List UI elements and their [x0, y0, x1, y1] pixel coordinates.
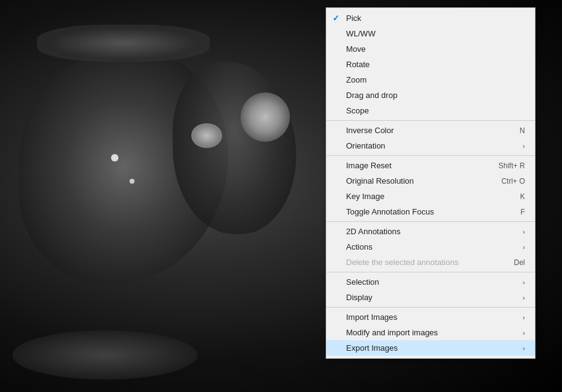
context-menu: PickWL/WWMoveRotateZoomDrag and dropScop… — [326, 7, 535, 359]
menu-item-scope[interactable]: Scope — [326, 103, 535, 118]
menu-item-label-rotate: Rotate — [346, 60, 525, 69]
menu-item-original-resolution[interactable]: Original ResolutionCtrl+ O — [326, 173, 535, 189]
menu-item-zoom[interactable]: Zoom — [326, 72, 535, 88]
menu-item-label-actions: Actions — [346, 242, 518, 251]
menu-item-delete-annotations: Delete the selected annotationsDel — [326, 255, 535, 270]
menu-item-arrow-2d-annotations: › — [523, 228, 525, 235]
menu-item-label-2d-annotations: 2D Annotations — [346, 227, 518, 236]
menu-item-label-selection: Selection — [346, 277, 518, 287]
menu-item-rotate[interactable]: Rotate — [326, 57, 535, 72]
menu-item-image-reset[interactable]: Image ResetShift+ R — [326, 158, 535, 173]
menu-item-move[interactable]: Move — [326, 41, 535, 57]
vessel-2 — [130, 179, 134, 184]
menu-item-drag-and-drop[interactable]: Drag and drop — [326, 88, 535, 103]
menu-item-label-inverse-color: Inverse Color — [346, 126, 507, 135]
menu-item-label-toggle-annotation-focus: Toggle Annotation Focus — [346, 207, 508, 216]
menu-item-label-modify-import-images: Modify and import images — [346, 328, 518, 337]
menu-item-shortcut-key-image: K — [520, 192, 525, 201]
menu-item-label-delete-annotations: Delete the selected annotations — [346, 258, 502, 267]
menu-item-import-images[interactable]: Import Images› — [326, 309, 535, 325]
tissue-top — [37, 25, 210, 62]
separator-after-toggle-annotation-focus — [326, 221, 535, 222]
menu-item-inverse-color[interactable]: Inverse ColorN — [326, 123, 535, 138]
menu-item-pick[interactable]: Pick — [326, 10, 535, 26]
menu-item-arrow-selection: › — [523, 279, 525, 286]
menu-item-toggle-annotation-focus[interactable]: Toggle Annotation FocusF — [326, 204, 535, 219]
menu-item-label-zoom: Zoom — [346, 75, 525, 84]
menu-item-wlww[interactable]: WL/WW — [326, 26, 535, 41]
menu-item-2d-annotations[interactable]: 2D Annotations› — [326, 224, 535, 239]
menu-item-arrow-import-images: › — [523, 314, 525, 321]
menu-item-label-wlww: WL/WW — [346, 29, 525, 38]
menu-item-label-scope: Scope — [346, 106, 525, 115]
menu-item-orientation[interactable]: Orientation› — [326, 138, 535, 153]
separator-after-scope — [326, 120, 535, 121]
menu-item-label-move: Move — [346, 44, 525, 54]
separator-after-display — [326, 307, 535, 308]
menu-item-shortcut-image-reset: Shift+ R — [498, 161, 525, 170]
vessel-1 — [111, 154, 118, 161]
spine — [241, 92, 290, 142]
menu-item-shortcut-delete-annotations: Del — [514, 258, 525, 267]
menu-item-label-display: Display — [346, 293, 518, 302]
menu-item-label-image-reset: Image Reset — [346, 161, 486, 170]
separator-after-delete-annotations — [326, 272, 535, 272]
menu-item-label-import-images: Import Images — [346, 312, 518, 322]
menu-item-arrow-display: › — [523, 294, 525, 301]
menu-item-label-export-images: Export Images — [346, 343, 518, 353]
menu-item-shortcut-original-resolution: Ctrl+ O — [502, 177, 525, 186]
menu-item-label-orientation: Orientation — [346, 141, 518, 150]
menu-item-actions[interactable]: Actions› — [326, 239, 535, 255]
menu-item-label-key-image: Key Image — [346, 192, 508, 201]
separator-after-orientation — [326, 155, 535, 156]
menu-item-arrow-actions: › — [523, 243, 525, 251]
menu-item-label-pick: Pick — [346, 14, 525, 23]
menu-item-selection[interactable]: Selection› — [326, 274, 535, 290]
menu-item-label-drag-and-drop: Drag and drop — [346, 91, 525, 100]
menu-item-shortcut-toggle-annotation-focus: F — [521, 208, 525, 216]
tissue-bottom — [12, 330, 197, 380]
menu-item-key-image[interactable]: Key ImageK — [326, 189, 535, 204]
menu-item-arrow-export-images: › — [523, 345, 525, 352]
tissue-center — [191, 123, 222, 148]
menu-item-shortcut-inverse-color: N — [519, 126, 525, 135]
menu-item-label-original-resolution: Original Resolution — [346, 176, 489, 186]
menu-item-arrow-orientation: › — [523, 142, 525, 150]
menu-item-modify-import-images[interactable]: Modify and import images› — [326, 325, 535, 340]
menu-item-display[interactable]: Display› — [326, 290, 535, 305]
menu-item-export-images[interactable]: Export Images› — [326, 340, 535, 356]
menu-item-arrow-modify-import-images: › — [523, 329, 525, 337]
lung-right — [173, 62, 296, 234]
